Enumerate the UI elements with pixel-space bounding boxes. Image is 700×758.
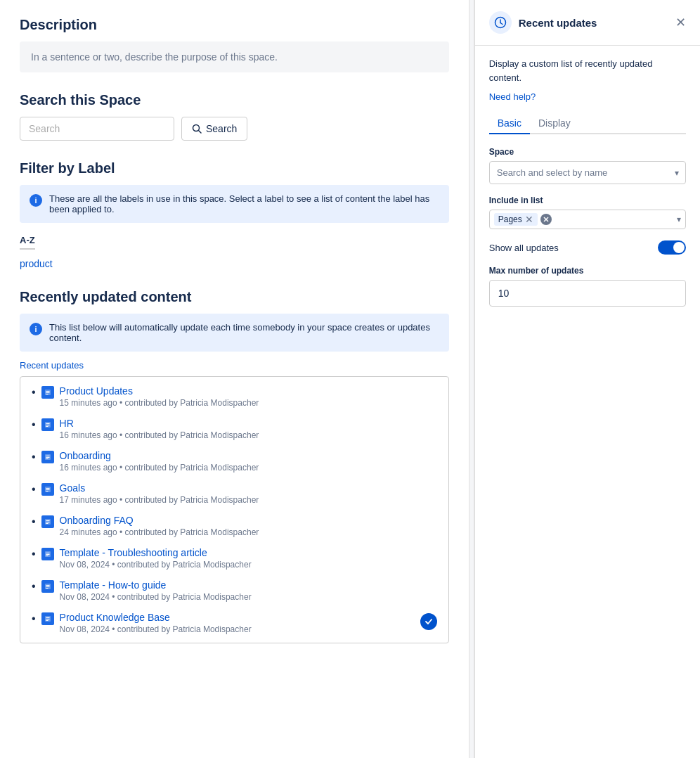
- recently-section: Recently updated content i This list bel…: [20, 289, 449, 643]
- update-title[interactable]: HR: [60, 418, 74, 429]
- need-help-link[interactable]: Need help?: [489, 91, 686, 102]
- list-bullet: •: [32, 483, 36, 496]
- space-select[interactable]: Search and select by name: [489, 161, 686, 184]
- update-item: • Template - How-to guideNov 08, 2024 • …: [32, 579, 437, 602]
- filter-section: Filter by Label i These are all the labe…: [20, 160, 449, 269]
- page-icon: [41, 483, 54, 496]
- update-item: • Goals17 minutes ago • contributed by P…: [32, 482, 437, 505]
- list-bullet: •: [32, 515, 36, 528]
- max-updates-label: Max number of updates: [489, 266, 686, 276]
- show-updates-label: Show all updates: [489, 243, 559, 253]
- panel-body: Display a custom list of recently update…: [475, 46, 700, 329]
- update-content: Product Knowledge BaseNov 08, 2024 • con…: [60, 612, 415, 634]
- search-icon: [192, 124, 202, 134]
- page-icon: [41, 580, 54, 593]
- update-item: • Template - Troubleshooting articleNov …: [32, 547, 437, 570]
- tag-clear-all[interactable]: [540, 214, 552, 225]
- update-item: • Onboarding FAQ24 minutes ago • contrib…: [32, 515, 437, 537]
- page-icon: [41, 451, 54, 463]
- max-updates-section: Max number of updates: [489, 266, 686, 307]
- search-section: Search this Space Search: [20, 92, 449, 141]
- updates-list-box: • Product Updates15 minutes ago • contri…: [20, 376, 449, 643]
- filter-info-box: i These are all the labels in use in thi…: [20, 185, 449, 223]
- search-input[interactable]: [20, 117, 174, 141]
- search-button[interactable]: Search: [181, 117, 247, 141]
- update-content: Product Updates15 minutes ago • contribu…: [60, 385, 437, 408]
- tabs-row: Basic Display: [489, 113, 686, 134]
- update-content: HR16 minutes ago • contributed by Patric…: [60, 418, 437, 440]
- panel-divider: [469, 0, 474, 758]
- recently-info-box: i This list below will automatically upd…: [20, 314, 449, 352]
- close-button[interactable]: ✕: [675, 16, 686, 29]
- update-title[interactable]: Product Knowledge Base: [60, 612, 170, 623]
- space-select-wrapper: Search and select by name ▾: [489, 161, 686, 184]
- update-content: Onboarding16 minutes ago • contributed b…: [60, 450, 437, 473]
- description-title: Description: [20, 17, 449, 33]
- update-meta: Nov 08, 2024 • contributed by Patricia M…: [60, 592, 437, 602]
- update-title[interactable]: Onboarding: [60, 450, 111, 461]
- az-label: A-Z: [20, 235, 35, 250]
- tab-display[interactable]: Display: [530, 113, 579, 134]
- tab-basic[interactable]: Basic: [489, 113, 530, 134]
- update-title[interactable]: Template - Troubleshooting article: [60, 547, 207, 558]
- update-meta: 16 minutes ago • contributed by Patricia…: [60, 430, 437, 440]
- update-title[interactable]: Template - How-to guide: [60, 579, 167, 591]
- list-bullet: •: [32, 580, 36, 593]
- panel-title: Recent updates: [519, 17, 597, 29]
- tag-input-row[interactable]: Pages ✕ ▾: [489, 210, 686, 229]
- tag-pages-close[interactable]: ✕: [525, 214, 533, 224]
- recently-info-icon: i: [30, 323, 42, 335]
- check-icon: [420, 613, 437, 630]
- update-item: • Product Knowledge BaseNov 08, 2024 • c…: [32, 612, 437, 634]
- update-item: • HR16 minutes ago • contributed by Patr…: [32, 418, 437, 440]
- update-title[interactable]: Onboarding FAQ: [60, 515, 134, 526]
- clock-icon: [494, 16, 507, 29]
- clear-icon: [543, 217, 549, 222]
- update-meta: 17 minutes ago • contributed by Patricia…: [60, 495, 437, 505]
- include-chevron-down-icon[interactable]: ▾: [677, 214, 681, 224]
- search-button-label: Search: [206, 123, 237, 134]
- list-bullet: •: [32, 386, 36, 399]
- search-section-title: Search this Space: [20, 92, 449, 108]
- update-meta: 15 minutes ago • contributed by Patricia…: [60, 398, 437, 408]
- description-box: In a sentence or two, describe the purpo…: [20, 41, 449, 72]
- show-updates-row: Show all updates ✕: [489, 240, 686, 255]
- updates-list: • Product Updates15 minutes ago • contri…: [32, 385, 437, 634]
- update-content: Template - How-to guideNov 08, 2024 • co…: [60, 579, 437, 602]
- page-icon: [41, 418, 54, 431]
- update-item: • Onboarding16 minutes ago • contributed…: [32, 450, 437, 473]
- update-meta: Nov 08, 2024 • contributed by Patricia M…: [60, 624, 415, 634]
- list-bullet: •: [32, 418, 36, 431]
- list-bullet: •: [32, 548, 36, 560]
- tag-pages-label: Pages: [498, 214, 522, 224]
- label-product-link[interactable]: product: [20, 258, 449, 269]
- info-icon: i: [30, 194, 42, 207]
- update-meta: 24 minutes ago • contributed by Patricia…: [60, 527, 437, 537]
- update-title[interactable]: Goals: [60, 482, 86, 494]
- list-bullet: •: [32, 451, 36, 463]
- svg-line-36: [500, 23, 503, 25]
- toggle-knob: [673, 242, 685, 253]
- clock-icon-circle: [489, 11, 512, 34]
- update-meta: 16 minutes ago • contributed by Patricia…: [60, 463, 437, 473]
- panel-header: Recent updates ✕: [475, 0, 700, 46]
- description-placeholder-text: In a sentence or two, describe the purpo…: [31, 51, 278, 63]
- svg-line-1: [199, 131, 202, 134]
- max-updates-input[interactable]: [489, 280, 686, 307]
- recently-info-text: This list below will automatically updat…: [49, 322, 439, 343]
- update-content: Template - Troubleshooting articleNov 08…: [60, 547, 437, 570]
- panel-description: Display a custom list of recently update…: [489, 57, 686, 84]
- panel-header-left: Recent updates: [489, 11, 597, 34]
- page-icon: [41, 548, 54, 560]
- include-list-label: Include in list: [489, 195, 686, 205]
- recent-updates-link[interactable]: Recent updates: [20, 360, 449, 371]
- update-content: Onboarding FAQ24 minutes ago • contribut…: [60, 515, 437, 537]
- recently-title: Recently updated content: [20, 289, 449, 305]
- list-bullet: •: [32, 612, 36, 625]
- update-item: • Product Updates15 minutes ago • contri…: [32, 385, 437, 408]
- update-content: Goals17 minutes ago • contributed by Pat…: [60, 482, 437, 505]
- tag-pages: Pages ✕: [494, 213, 538, 226]
- update-title[interactable]: Product Updates: [60, 385, 133, 397]
- search-row: Search: [20, 117, 449, 141]
- show-updates-toggle[interactable]: ✕: [658, 240, 686, 255]
